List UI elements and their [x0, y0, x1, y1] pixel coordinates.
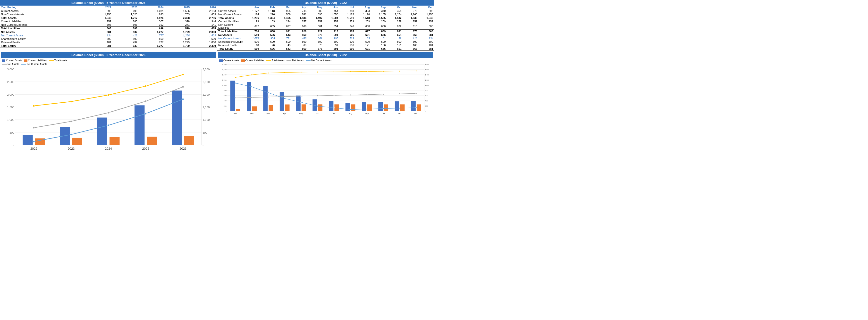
svg-text:1,200: 1,200 — [425, 79, 429, 81]
table-row: Total Assets1,5461,7171,9762,3282,786 — [0, 16, 217, 20]
table-cell: 868 — [260, 30, 276, 33]
svg-point-144 — [251, 86, 252, 87]
table-cell: Non-Current Liabilities — [217, 23, 244, 30]
legend-box-current-assets — [2, 59, 5, 62]
svg-point-127 — [366, 71, 367, 72]
table-cell: 328 — [164, 20, 191, 23]
svg-point-132 — [251, 97, 252, 98]
svg-point-37 — [33, 105, 35, 107]
svg-rect-93 — [285, 104, 289, 111]
svg-rect-32 — [147, 136, 157, 145]
table-cell: 500 — [323, 40, 339, 43]
svg-point-138 — [350, 94, 351, 96]
table-cell: 500 — [339, 40, 355, 43]
svg-rect-89 — [263, 86, 268, 111]
table-row: Non-Current Liabilities605503392271141 — [0, 23, 217, 27]
svg-rect-92 — [280, 92, 284, 111]
right-chart-svg-container: --2002004004006006008008001,0001,0001,20… — [218, 62, 433, 118]
charts-row: Balance Sheet ($'000) - 5 Years to Decem… — [0, 51, 434, 156]
table-cell: 81 — [371, 37, 386, 40]
svg-text:1,800: 1,800 — [425, 63, 429, 65]
table-cell: 323 — [355, 9, 371, 13]
right-legend-total-assets: Total Assets — [266, 59, 284, 62]
table-cell: 1,729 — [164, 30, 191, 34]
left-table: Year Ending 2022 2023 2024 2025 2026 Cur… — [0, 6, 217, 48]
table-cell: 500 — [86, 37, 112, 40]
table-cell: 1,394 — [260, 16, 276, 20]
table-cell: 1,504 — [323, 16, 339, 20]
table-cell: 777 — [138, 40, 165, 44]
main-container: Balance Sheet ($'000) - 5 Years to Decem… — [0, 0, 434, 156]
svg-point-50 — [145, 113, 147, 115]
table-cell: 134 — [86, 34, 112, 37]
table-cell: Non-Current Assets — [217, 12, 244, 16]
svg-point-147 — [301, 102, 302, 103]
svg-point-124 — [317, 71, 318, 72]
svg-point-125 — [333, 71, 335, 72]
table-cell: 636 — [371, 47, 386, 51]
table-cell: Net Current Assets — [217, 37, 244, 40]
right-table-panel: Balance Sheet ($'000) - 2022 JanFebMarAp… — [217, 0, 434, 51]
table-cell: 1,185 — [371, 12, 386, 16]
svg-text:400: 400 — [425, 100, 428, 102]
svg-point-45 — [145, 100, 147, 102]
table-cell: 509 — [276, 12, 291, 16]
svg-point-135 — [301, 96, 302, 97]
table-cell: 741 — [291, 12, 307, 16]
table-cell: 341 — [307, 37, 323, 40]
svg-text:2024: 2024 — [105, 147, 112, 151]
table-cell: 276 — [260, 12, 276, 16]
table-cell: 1,532 — [386, 16, 402, 20]
table-cell: 1,525 — [371, 16, 386, 20]
svg-point-119 — [235, 77, 236, 78]
svg-text:500: 500 — [203, 131, 207, 134]
svg-text:500: 500 — [9, 131, 14, 134]
svg-text:2,500: 2,500 — [203, 80, 210, 84]
svg-rect-28 — [97, 118, 107, 145]
table-cell: 488 — [291, 37, 307, 40]
table-row: Retained Profits1814327771,2291,800 — [0, 40, 217, 44]
table-cell: 896 — [307, 12, 323, 16]
table-cell: 124 — [244, 12, 260, 16]
right-legend-line-net-assets — [286, 60, 291, 61]
legend-label-total-assets: Total Assets — [54, 59, 67, 62]
svg-text:2022: 2022 — [30, 147, 37, 151]
table-cell: 259 — [418, 20, 434, 23]
svg-text:1,000: 1,000 — [222, 84, 226, 86]
table-row: Net Assets510526543560576591606621636651… — [217, 33, 434, 37]
svg-point-141 — [399, 93, 400, 94]
right-legend-label-current-liabilities: Current Liabilities — [245, 59, 264, 62]
table-cell: 526 — [260, 33, 276, 37]
svg-rect-107 — [362, 102, 366, 111]
table-cell: 500 — [371, 40, 386, 43]
table-cell: 669 — [291, 23, 307, 30]
table-cell: 932 — [112, 44, 138, 48]
table-cell: 500 — [355, 40, 371, 43]
table-cell: 76 — [307, 43, 323, 47]
svg-rect-35 — [184, 136, 194, 145]
table-cell: 893 — [138, 12, 165, 16]
table-cell: 692 — [244, 23, 260, 30]
svg-point-43 — [70, 120, 72, 122]
svg-rect-117 — [416, 104, 421, 111]
left-table-panel: Balance Sheet ($'000) - 5 Years to Decem… — [0, 0, 217, 51]
svg-point-39 — [107, 94, 110, 96]
table-cell: 955 — [276, 9, 291, 13]
table-cell: 932 — [112, 30, 138, 34]
table-cell: 2,300 — [191, 44, 217, 48]
table-cell: 926 — [291, 30, 307, 33]
table-cell: 605 — [86, 23, 112, 27]
legend-total-assets: Total Assets — [49, 59, 67, 62]
table-cell: 1,539 — [403, 16, 418, 20]
svg-point-153 — [399, 107, 400, 109]
table-row: Total Liabilities78686892192692191390589… — [217, 30, 434, 33]
table-cell: 1,717 — [112, 16, 138, 20]
svg-text:Aug: Aug — [349, 112, 352, 115]
table-cell: 2,300 — [191, 30, 217, 34]
table-cell: 786 — [244, 30, 260, 33]
legend-current-liabilities: Current Liabilities — [24, 59, 47, 62]
table-cell: 621 — [355, 33, 371, 37]
table-cell: Net Assets — [0, 30, 86, 34]
table-cell: 591 — [323, 33, 339, 37]
table-cell: 606 — [339, 47, 355, 51]
